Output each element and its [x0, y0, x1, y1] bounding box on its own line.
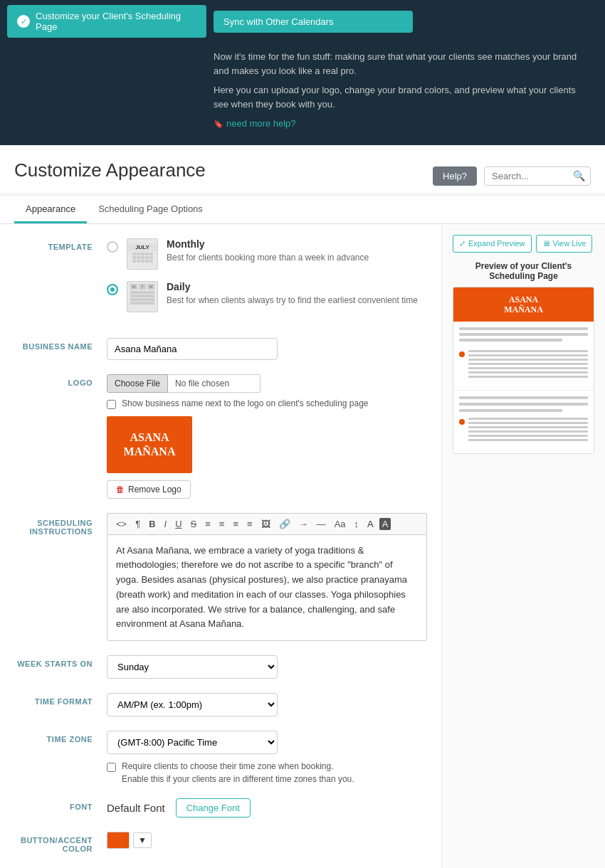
tab-scheduling-page-options[interactable]: Scheduling Page Options	[87, 196, 214, 223]
view-live-button[interactable]: 🖥 View Live	[536, 235, 593, 253]
preview-logo-area: ASANAMAÑANA	[453, 287, 594, 322]
time-zone-content: (GMT-8:00) Pacific Time (GMT-7:00) Mount…	[107, 731, 427, 784]
check-icon: ✓	[17, 15, 30, 28]
preview-lines-1	[453, 322, 594, 350]
week-starts-on-row: WEEK STARTS ON Sunday Monday Tuesday Wed…	[14, 655, 427, 679]
desc-text-2: Here you can upload your logo, change yo…	[214, 83, 591, 111]
preview-logo-text: ASANAMAÑANA	[504, 295, 543, 315]
button-accent-color-row: BUTTON/ACCENT COLOR ▼	[14, 832, 427, 853]
editor-content[interactable]: At Asana Mañana, we embrace a variety of…	[107, 534, 427, 642]
template-monthly-radio[interactable]	[107, 241, 118, 253]
file-input-wrapper: Choose File No file chosen	[107, 374, 427, 393]
toolbar-strikethrough[interactable]: S	[188, 517, 200, 531]
toolbar-font-color[interactable]: A	[364, 517, 377, 531]
toolbar-bold[interactable]: B	[146, 517, 158, 531]
time-format-content: AM/PM (ex. 1:00pm) 24-hour (ex. 13:00)	[107, 693, 427, 716]
trash-icon: 🗑	[116, 485, 125, 494]
choose-file-button[interactable]: Choose File	[107, 374, 168, 393]
logo-preview: ASANA MAÑANA	[107, 416, 192, 473]
business-name-input[interactable]	[107, 338, 278, 360]
font-label: FONT	[14, 798, 107, 811]
show-business-name-checkbox[interactable]	[107, 400, 116, 409]
template-daily-radio[interactable]	[107, 284, 118, 295]
toolbar-paragraph[interactable]: ¶	[132, 517, 143, 531]
change-font-button[interactable]: Change Font	[176, 798, 251, 817]
template-monthly-icon: JULY	[127, 238, 158, 270]
business-name-label: BUSINESS NAME	[14, 338, 107, 351]
toolbar-line-height[interactable]: ↕	[352, 517, 362, 531]
file-name-display: No file chosen	[168, 374, 261, 393]
time-format-label: TIME FORMAT	[14, 693, 107, 706]
form-area: TEMPLATE JULY Monthly Be	[0, 224, 441, 869]
template-daily-icon: M T W	[127, 281, 158, 312]
toolbar-font-bg[interactable]: A	[379, 518, 391, 530]
show-business-name-checkbox-row: Show business name next to the logo on c…	[107, 398, 427, 409]
week-starts-on-label: WEEK STARTS ON	[14, 655, 107, 668]
preview-radio-2	[459, 419, 465, 425]
font-row-inner: Default Font Change Font	[107, 798, 427, 817]
time-format-row: TIME FORMAT AM/PM (ex. 1:00pm) 24-hour (…	[14, 693, 427, 716]
template-label: TEMPLATE	[14, 238, 107, 251]
toolbar-indent[interactable]: →	[296, 517, 311, 531]
logo-row: LOGO Choose File No file chosen Show bus…	[14, 374, 427, 499]
font-row: FONT Default Font Change Font	[14, 798, 427, 817]
customize-scheduling-nav-item[interactable]: ✓ Customize your Client's Scheduling Pag…	[7, 5, 206, 38]
template-monthly-option: JULY Monthly Best for clients booking mo…	[107, 238, 427, 270]
template-daily-option: M T W Daily Best for when c	[107, 281, 427, 312]
button-accent-color-label: BUTTON/ACCENT COLOR	[14, 832, 107, 853]
time-zone-select[interactable]: (GMT-8:00) Pacific Time (GMT-7:00) Mount…	[107, 731, 278, 754]
show-business-name-label: Show business name next to the logo on c…	[122, 398, 369, 408]
preview-radio-1	[459, 351, 465, 357]
toolbar-image[interactable]: 🖼	[258, 517, 273, 531]
description-area: Now it's time for the fun stuff: making …	[0, 43, 605, 145]
week-starts-on-select[interactable]: Sunday Monday Tuesday Wednesday Thursday…	[107, 655, 278, 679]
toolbar-list-ordered[interactable]: ≡	[202, 517, 214, 531]
time-zone-checkbox-row: Require clients to choose their time zon…	[107, 761, 427, 784]
toolbar-align-right[interactable]: ≡	[244, 517, 256, 531]
toolbar-hr[interactable]: —	[314, 517, 329, 531]
logo-preview-text: ASANA MAÑANA	[124, 430, 176, 457]
desc-text-1: Now it's time for the fun stuff: making …	[214, 50, 591, 78]
preview-actions: ⤢ Expand Preview 🖥 View Live	[453, 235, 594, 253]
time-zone-row: TIME ZONE (GMT-8:00) Pacific Time (GMT-7…	[14, 731, 427, 784]
preview-section-2	[453, 390, 594, 453]
toolbar-list-unordered[interactable]: ≡	[216, 517, 228, 531]
time-zone-checkbox[interactable]	[107, 763, 116, 772]
color-swatch[interactable]	[107, 832, 130, 849]
tabs-container: Appearance Scheduling Page Options	[14, 196, 591, 223]
expand-preview-button[interactable]: ⤢ Expand Preview	[453, 235, 532, 253]
monitor-icon: 🖥	[542, 239, 550, 248]
time-zone-checkbox-labels: Require clients to choose their time zon…	[122, 761, 354, 784]
preview-area: ⤢ Expand Preview 🖥 View Live Preview of …	[441, 224, 605, 869]
search-icon: 🔍	[573, 170, 585, 181]
time-format-select[interactable]: AM/PM (ex. 1:00pm) 24-hour (ex. 13:00)	[107, 693, 278, 716]
week-starts-on-content: Sunday Monday Tuesday Wednesday Thursday…	[107, 655, 427, 679]
toolbar-italic[interactable]: I	[162, 517, 170, 531]
scheduling-instructions-label: SCHEDULING INSTRUCTIONS	[14, 513, 107, 536]
logo-label: LOGO	[14, 374, 107, 387]
toolbar-link[interactable]: 🔗	[276, 517, 293, 531]
page-title: Customize Appearance	[14, 159, 206, 181]
content-wrapper: TEMPLATE JULY Monthly Be	[0, 224, 605, 869]
preview-title: Preview of your Client's Scheduling Page	[453, 261, 594, 281]
help-button[interactable]: Help?	[433, 166, 477, 186]
template-options: JULY Monthly Best for clients booking mo…	[107, 238, 427, 324]
expand-icon: ⤢	[459, 239, 465, 248]
toolbar-font-size[interactable]: Aa	[332, 517, 349, 531]
color-dropdown-arrow[interactable]: ▼	[133, 832, 152, 848]
sync-calendars-nav-item[interactable]: Sync with Other Calendars	[214, 11, 413, 33]
business-name-row: BUSINESS NAME	[14, 338, 427, 360]
template-daily-text: Daily Best for when clients always try t…	[167, 281, 418, 307]
tab-appearance[interactable]: Appearance	[14, 196, 87, 223]
help-link[interactable]: need more help?	[214, 117, 591, 131]
toolbar-code[interactable]: <>	[113, 517, 130, 531]
font-name-display: Default Font	[107, 802, 165, 814]
preview-options-1	[453, 350, 594, 390]
toolbar-align-left[interactable]: ≡	[230, 517, 241, 531]
remove-logo-button[interactable]: 🗑 Remove Logo	[107, 480, 191, 499]
sync-calendars-label: Sync with Other Calendars	[223, 16, 334, 27]
toolbar-underline[interactable]: U	[172, 517, 184, 531]
template-monthly-text: Monthly Best for clients booking more th…	[167, 238, 369, 264]
scheduling-instructions-content: <> ¶ B I U S ≡ ≡ ≡ ≡ 🖼 🔗 → — Aa ↕ A	[107, 513, 427, 642]
business-name-content	[107, 338, 427, 360]
